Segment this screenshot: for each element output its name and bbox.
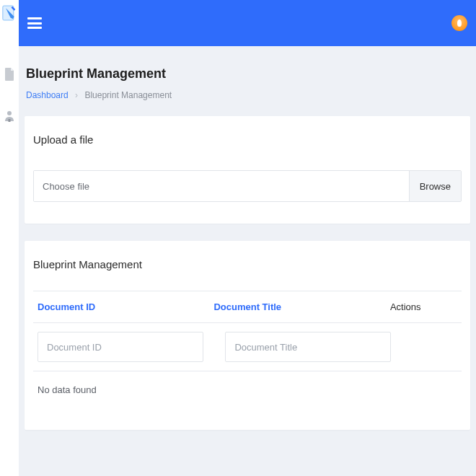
breadcrumb-root-link[interactable]: Dashboard <box>26 90 69 100</box>
table-card-title: Blueprint Management <box>33 258 462 270</box>
breadcrumb-separator: › <box>75 90 78 100</box>
table-empty-text: No data found <box>38 384 97 395</box>
sidebar-item-documents[interactable] <box>4 69 15 80</box>
user-icon <box>4 110 14 122</box>
upload-card-title: Upload a file <box>33 133 462 146</box>
table-empty-row: No data found <box>33 371 462 408</box>
topbar <box>19 0 476 46</box>
blueprint-table: Document ID Document Title Actions No da… <box>33 291 462 408</box>
breadcrumb: Dashboard › Blueprint Management <box>19 86 476 116</box>
col-header-document-title[interactable]: Document Title <box>213 301 389 312</box>
note-icon <box>2 4 17 22</box>
upload-card: Upload a file Choose file Browse <box>25 116 470 224</box>
file-browse-button[interactable]: Browse <box>409 171 461 201</box>
breadcrumb-current: Blueprint Management <box>84 90 172 100</box>
filter-document-id-input[interactable] <box>38 332 203 362</box>
svg-rect-2 <box>9 119 11 122</box>
page-title: Blueprint Management <box>26 66 469 81</box>
menu-toggle-button[interactable] <box>27 17 42 29</box>
page-heading: Blueprint Management <box>19 46 476 86</box>
col-header-document-id[interactable]: Document ID <box>38 301 213 312</box>
col-header-actions: Actions <box>390 301 457 312</box>
filter-document-title-input[interactable] <box>225 332 391 362</box>
app-logo <box>2 4 17 24</box>
sidebar <box>0 0 19 476</box>
blueprint-table-card: Blueprint Management Document ID Documen… <box>25 241 470 430</box>
file-choose-label: Choose file <box>34 171 409 201</box>
file-input-group[interactable]: Choose file Browse <box>33 170 462 202</box>
main-column: Blueprint Management Dashboard › Bluepri… <box>19 0 476 476</box>
table-header-row: Document ID Document Title Actions <box>33 291 462 323</box>
user-avatar[interactable] <box>451 15 467 31</box>
page-content: Blueprint Management Dashboard › Bluepri… <box>19 46 476 476</box>
sidebar-item-users[interactable] <box>4 110 15 122</box>
document-icon <box>4 68 14 81</box>
svg-point-1 <box>7 111 12 115</box>
table-filter-row <box>33 323 462 371</box>
